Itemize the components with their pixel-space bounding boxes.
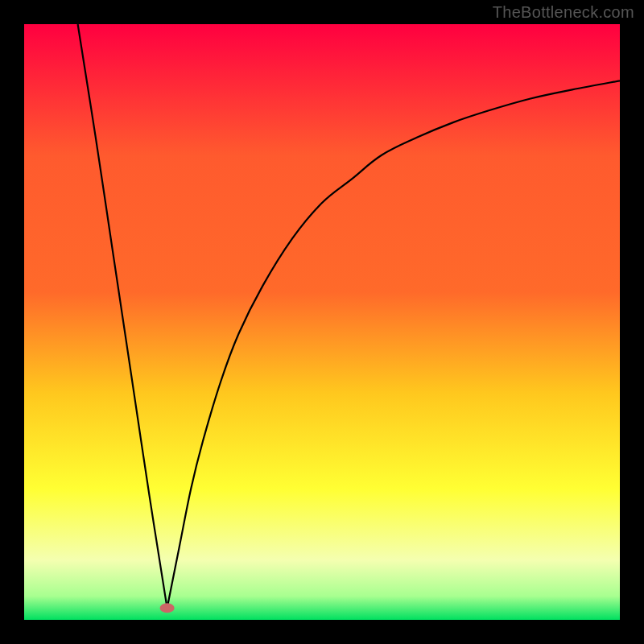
chart-frame: TheBottleneck.com [0,0,644,644]
plot-area [24,24,620,620]
minimum-marker [160,603,175,613]
gradient-background [24,24,620,620]
chart-svg [24,24,620,620]
watermark-text: TheBottleneck.com [493,3,634,22]
